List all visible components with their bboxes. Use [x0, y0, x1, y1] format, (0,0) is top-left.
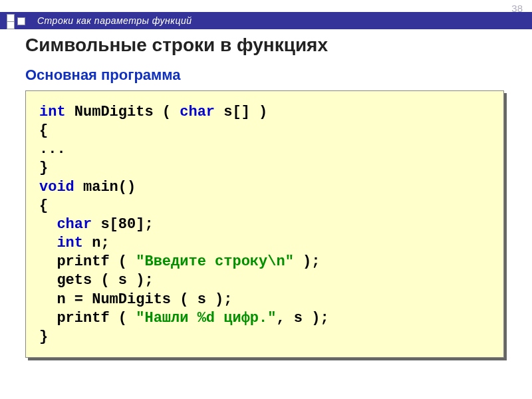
code-text: n = NumDigits ( s );: [57, 291, 232, 308]
code-text: );: [294, 253, 321, 270]
code-string: "Нашли %d цифр.": [136, 310, 276, 327]
slide: Строки как параметры функций 38 Символьн…: [0, 0, 532, 399]
code-text: NumDigits (: [66, 104, 180, 120]
code-text: {: [39, 198, 48, 214]
code-text: ...: [39, 141, 66, 158]
code-text: {: [39, 122, 48, 139]
code-text: , s );: [276, 310, 329, 327]
page-title: Символьные строки в функциях: [25, 35, 328, 56]
code-string: "Введите строку\n": [136, 253, 294, 270]
code-keyword: void: [39, 179, 74, 196]
code-keyword: int: [57, 235, 83, 251]
section-subheading: Основная программа: [25, 66, 181, 84]
banner-title: Строки как параметры функций: [37, 15, 192, 26]
code-text: gets ( s );: [57, 272, 153, 289]
code-keyword: char: [180, 104, 215, 120]
title-banner: Строки как параметры функций 38: [0, 12, 532, 29]
decorative-bullets-icon: [0, 12, 37, 29]
code-text: n;: [83, 235, 110, 251]
code-text: printf (: [57, 253, 136, 270]
code-text: }: [39, 160, 48, 176]
code-block: int NumDigits ( char s[] ) { ... } void …: [25, 90, 504, 358]
code-keyword: char: [57, 216, 92, 233]
code-text: s[] ): [215, 104, 267, 120]
code-text: printf (: [57, 310, 136, 327]
page-number: 38: [511, 3, 523, 14]
code-keyword: int: [39, 104, 66, 120]
code-text: }: [39, 329, 48, 345]
code-text: main(): [74, 179, 136, 196]
code-text: s[80];: [92, 216, 153, 233]
